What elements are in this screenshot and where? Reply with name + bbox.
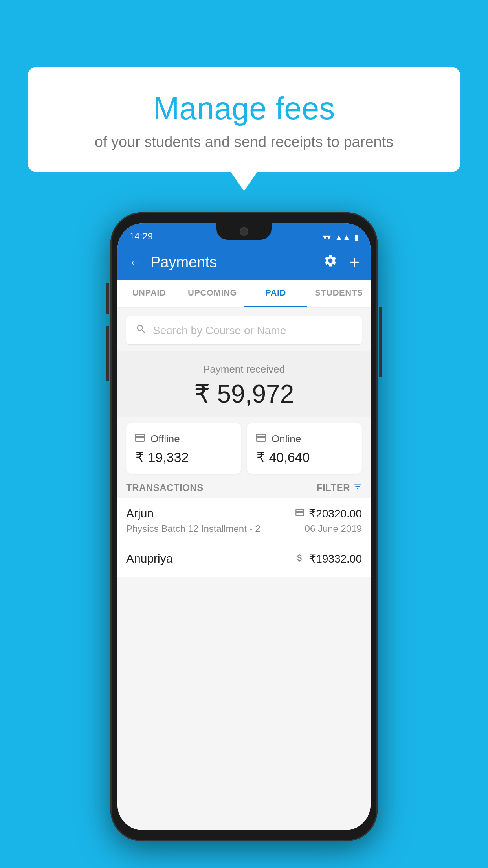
payment-received-label: Payment received: [125, 363, 363, 375]
online-card-amount: ₹ 40,640: [255, 449, 354, 465]
online-card-header: Online: [255, 432, 354, 445]
status-icons: ▾▾ ▲▲ ▮: [323, 232, 359, 242]
offline-card-amount: ₹ 19,332: [134, 449, 233, 465]
app-bar: ← Payments +: [117, 245, 371, 280]
transactions-label: TRANSACTIONS: [126, 482, 204, 493]
filter-icon: [353, 482, 362, 493]
search-placeholder: Search by Course or Name: [153, 324, 286, 337]
transaction-item[interactable]: Arjun ₹20320.00 Physics Batch 12 Install…: [117, 498, 371, 543]
front-camera: [240, 227, 248, 236]
online-card-label: Online: [272, 433, 301, 445]
transaction-amount-container-2: ₹19332.00: [295, 552, 362, 565]
offline-card-label: Offline: [150, 433, 180, 445]
offline-transaction-icon: [295, 553, 305, 565]
app-bar-title: Payments: [150, 254, 323, 271]
notch: [216, 223, 272, 240]
volume-down-button: [106, 326, 109, 381]
transaction-row-top: Arjun ₹20320.00: [126, 507, 362, 520]
settings-icon[interactable]: [323, 254, 338, 271]
signal-icon: ▲▲: [335, 233, 350, 242]
content-area: Search by Course or Name Payment receive…: [117, 308, 371, 830]
search-icon: [136, 324, 147, 337]
speech-bubble-subtitle: of your students and send receipts to pa…: [47, 134, 441, 151]
add-button[interactable]: +: [349, 252, 360, 272]
transaction-name-2: Anupriya: [126, 552, 172, 565]
tabs-container: UNPAID UPCOMING PAID STUDENTS: [117, 280, 371, 308]
battery-icon: ▮: [354, 232, 359, 242]
back-button[interactable]: ←: [128, 254, 143, 270]
speech-bubble: Manage fees of your students and send re…: [28, 67, 460, 172]
status-time: 14:29: [129, 231, 153, 242]
phone-container: 14:29 ▾▾ ▲▲ ▮ ← Payments + UNPAID: [110, 212, 378, 841]
wifi-icon: ▾▾: [323, 232, 331, 242]
phone-screen: 14:29 ▾▾ ▲▲ ▮ ← Payments + UNPAID: [117, 223, 371, 830]
offline-payment-icon: [134, 432, 146, 445]
volume-up-button: [106, 283, 109, 314]
speech-bubble-title: Manage fees: [47, 90, 441, 127]
offline-payment-card: Offline ₹ 19,332: [126, 423, 241, 474]
transaction-name: Arjun: [126, 507, 154, 520]
online-transaction-icon: [295, 508, 305, 519]
power-button: [379, 307, 382, 377]
payment-received-section: Payment received ₹ 59,972: [117, 351, 371, 417]
payment-received-amount: ₹ 59,972: [125, 379, 363, 408]
transaction-amount-2: ₹19332.00: [309, 552, 362, 565]
tab-paid[interactable]: PAID: [244, 280, 307, 307]
transaction-date: 06 June 2019: [305, 523, 362, 534]
tab-unpaid[interactable]: UNPAID: [117, 280, 181, 307]
online-payment-icon: [255, 432, 267, 445]
filter-button[interactable]: FILTER: [317, 482, 362, 493]
offline-card-header: Offline: [134, 432, 233, 445]
transaction-row-top-2: Anupriya ₹19332.00: [126, 552, 362, 565]
transaction-item-2[interactable]: Anupriya ₹19332.00: [117, 543, 371, 577]
search-bar[interactable]: Search by Course or Name: [126, 316, 362, 344]
transaction-course: Physics Batch 12 Installment - 2: [126, 523, 260, 534]
transaction-amount-container: ₹20320.00: [295, 507, 362, 520]
tab-students[interactable]: STUDENTS: [307, 280, 371, 307]
payment-cards: Offline ₹ 19,332 Online ₹ 40,640: [126, 423, 362, 474]
filter-label: FILTER: [317, 482, 350, 493]
tab-upcoming[interactable]: UPCOMING: [181, 280, 244, 307]
online-payment-card: Online ₹ 40,640: [247, 423, 362, 474]
transaction-amount: ₹20320.00: [309, 507, 362, 520]
transactions-header: TRANSACTIONS FILTER: [117, 474, 371, 498]
transaction-row-bottom: Physics Batch 12 Installment - 2 06 June…: [126, 523, 362, 534]
